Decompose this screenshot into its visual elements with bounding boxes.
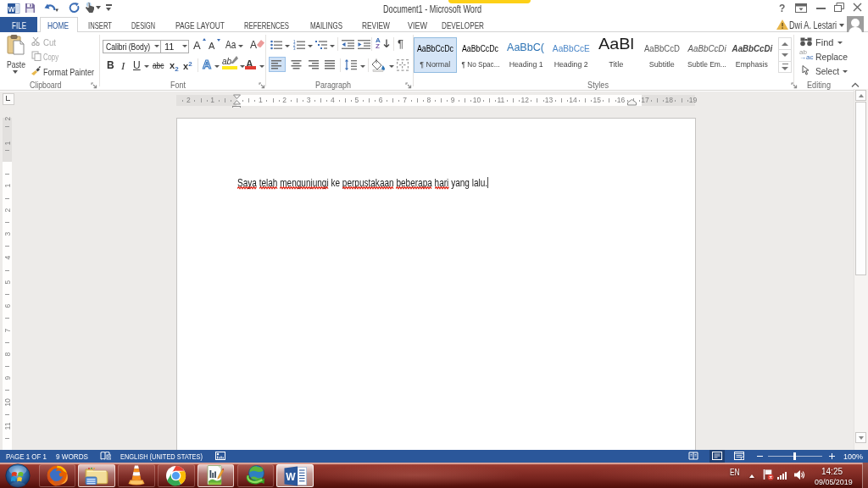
svg-text:W: W [8, 5, 15, 14]
svg-text:W: W [286, 470, 296, 482]
svg-text:3: 3 [293, 47, 296, 50]
